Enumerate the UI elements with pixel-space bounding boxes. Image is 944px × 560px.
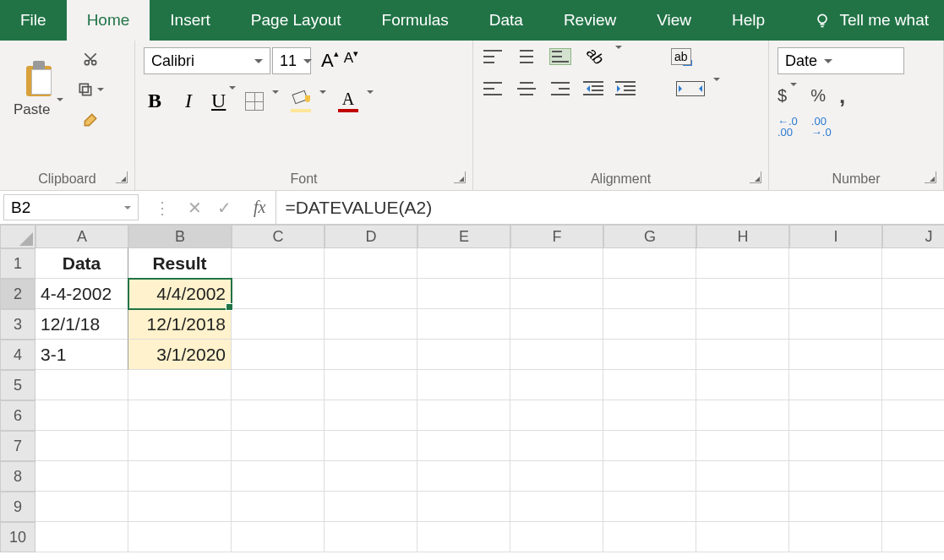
cell-E4[interactable] (417, 340, 510, 370)
cell-A3[interactable]: 12/1/18 (35, 309, 128, 340)
cell-B5[interactable] (128, 370, 232, 400)
cell-C9[interactable] (232, 492, 325, 522)
tell-me-search[interactable]: Tell me what (799, 0, 944, 41)
font-color-dropdown-icon[interactable] (363, 94, 374, 109)
cell-E3[interactable] (417, 309, 510, 340)
enter-formula-button[interactable]: ✓ (217, 198, 232, 218)
merge-dropdown-icon[interactable] (710, 81, 720, 96)
cell-G1[interactable] (603, 248, 696, 279)
cell-F4[interactable] (510, 340, 603, 370)
tab-data[interactable]: Data (469, 0, 543, 41)
bold-button[interactable]: B (144, 90, 166, 112)
row-header-2[interactable]: 2 (0, 279, 35, 309)
row-header-10[interactable]: 10 (0, 522, 35, 552)
font-size-combo[interactable]: 11 (272, 47, 311, 74)
cell-J2[interactable] (882, 279, 944, 309)
tab-formulas[interactable]: Formulas (362, 0, 469, 41)
percent-format-button[interactable]: % (810, 86, 826, 106)
cell-H8[interactable] (696, 461, 789, 492)
cell-B7[interactable] (128, 431, 232, 461)
cell-J4[interactable] (882, 340, 944, 370)
font-name-combo[interactable]: Calibri (144, 47, 270, 74)
tab-page-layout[interactable]: Page Layout (231, 0, 362, 41)
cell-A4[interactable]: 3-1 (35, 340, 128, 370)
borders-dropdown-icon[interactable] (269, 94, 279, 109)
col-header-I[interactable]: I (789, 225, 882, 248)
cancel-formula-button[interactable]: ✕ (188, 198, 202, 218)
cell-J1[interactable] (882, 248, 944, 279)
paste-dropdown-icon[interactable] (53, 101, 63, 118)
cell-B1[interactable]: Result (128, 248, 232, 279)
cell-E2[interactable] (417, 279, 510, 309)
font-color-button[interactable]: A (338, 90, 374, 112)
paste-button[interactable]: Paste (8, 57, 68, 122)
cell-F7[interactable] (510, 431, 603, 461)
cell-J3[interactable] (882, 309, 944, 340)
cell-J9[interactable] (882, 492, 944, 522)
cell-G2[interactable] (603, 279, 696, 309)
cell-E5[interactable] (417, 370, 510, 400)
alignment-launcher[interactable] (750, 171, 761, 183)
cell-D3[interactable] (325, 309, 417, 340)
cell-H7[interactable] (696, 431, 789, 461)
cell-G3[interactable] (603, 309, 696, 340)
cell-J5[interactable] (882, 370, 944, 400)
row-header-5[interactable]: 5 (0, 370, 35, 400)
cell-C3[interactable] (232, 309, 325, 340)
cell-G7[interactable] (603, 431, 696, 461)
col-header-H[interactable]: H (696, 225, 789, 248)
cell-J10[interactable] (882, 522, 944, 552)
cell-I8[interactable] (789, 461, 882, 492)
cell-E8[interactable] (417, 461, 510, 492)
cell-H3[interactable] (696, 309, 789, 340)
cell-G6[interactable] (603, 400, 696, 431)
cell-E6[interactable] (417, 400, 510, 431)
format-painter-button[interactable] (79, 108, 102, 132)
cell-F2[interactable] (510, 279, 603, 309)
col-header-C[interactable]: C (232, 225, 325, 248)
col-header-A[interactable]: A (35, 225, 128, 248)
cell-D1[interactable] (325, 248, 417, 279)
row-header-9[interactable]: 9 (0, 492, 35, 522)
cell-J8[interactable] (882, 461, 944, 492)
cell-F10[interactable] (510, 522, 603, 552)
cell-B2[interactable]: 4/4/2002 (128, 279, 232, 309)
number-launcher[interactable] (925, 171, 936, 183)
cell-D9[interactable] (325, 492, 417, 522)
cell-C2[interactable] (232, 279, 325, 309)
decrease-indent-button[interactable] (583, 81, 603, 96)
cell-A10[interactable] (35, 522, 128, 552)
cell-F6[interactable] (510, 400, 603, 431)
cell-E1[interactable] (417, 248, 510, 279)
align-left-button[interactable] (482, 80, 504, 97)
fill-dropdown-icon[interactable] (316, 94, 326, 109)
col-header-E[interactable]: E (417, 225, 510, 248)
cell-D8[interactable] (325, 461, 417, 492)
cell-F8[interactable] (510, 461, 603, 492)
cell-I3[interactable] (789, 309, 882, 340)
number-format-combo[interactable]: Date (778, 47, 904, 74)
cell-C6[interactable] (232, 400, 325, 431)
cell-A9[interactable] (35, 492, 128, 522)
cell-E9[interactable] (417, 492, 510, 522)
cell-G9[interactable] (603, 492, 696, 522)
cell-F3[interactable] (510, 309, 603, 340)
cell-A2[interactable]: 4-4-2002 (35, 279, 128, 309)
decrease-decimal-button[interactable]: .00 →.0 (811, 116, 832, 138)
cell-G5[interactable] (603, 370, 696, 400)
row-header-6[interactable]: 6 (0, 400, 35, 431)
cell-B10[interactable] (128, 522, 232, 552)
align-middle-button[interactable] (516, 48, 537, 65)
select-all-corner[interactable] (0, 225, 35, 248)
cell-H5[interactable] (696, 370, 789, 400)
cell-G10[interactable] (603, 522, 696, 552)
formula-bar-expand-icon[interactable]: ⋮ (154, 198, 172, 218)
italic-button[interactable]: I (177, 90, 199, 112)
cell-C4[interactable] (232, 340, 325, 370)
col-header-F[interactable]: F (510, 225, 603, 248)
row-header-3[interactable]: 3 (0, 309, 35, 340)
tab-file[interactable]: File (0, 0, 67, 41)
cell-A6[interactable] (35, 400, 128, 431)
cell-C1[interactable] (232, 248, 325, 279)
borders-button[interactable] (245, 92, 264, 111)
